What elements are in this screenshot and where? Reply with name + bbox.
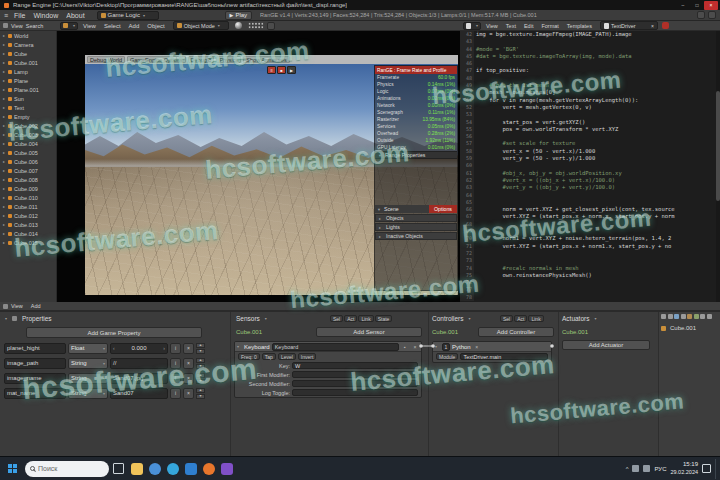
browser-icon[interactable] [149,463,161,475]
window-status-icon[interactable] [708,11,716,19]
menu-file[interactable]: File [14,12,25,19]
outliner-item[interactable]: ▸Lamp [0,67,56,76]
minimize-button[interactable]: – [676,1,690,10]
viewport-shading-icon[interactable] [235,22,242,29]
search-input[interactable] [38,465,98,472]
outliner-menu-view[interactable]: View [11,23,23,29]
live-edit-icon[interactable] [662,22,669,29]
text-menu-view[interactable]: View [486,23,498,29]
viewport-3d[interactable]: Debug WorldGameEngine OptionsDebug 3Phys… [57,31,460,302]
viewport-menu-object[interactable]: Object [147,23,164,29]
code-text: img = bge.texture.ImageFFmpeg(IMAGE_PATH… [474,31,632,38]
snap-icon[interactable] [267,22,275,30]
scene-section[interactable]: ▸Objects [375,214,457,222]
text-menu-edit[interactable]: Edit [524,23,533,29]
show-desktop-button[interactable] [715,459,717,479]
play-button[interactable]: ▶ Play [225,11,253,20]
outliner-item[interactable]: ▸Plane.001 [0,85,56,94]
scene-section[interactable]: ▸Inactive Objects [375,232,457,240]
telegram-icon[interactable] [167,463,179,475]
pause-button[interactable]: II [267,66,276,74]
outliner-item[interactable]: ▸Cube.015 [0,238,56,247]
menu-window[interactable]: Window [33,12,58,19]
logic-menu-add[interactable]: Add [31,303,41,309]
outliner-item[interactable]: ▸Cube.006 [0,157,56,166]
text-menu-text[interactable]: Text [506,23,516,29]
outliner-item[interactable]: ▸Cube.008 [0,175,56,184]
start-button[interactable] [3,459,21,479]
unlink-icon[interactable]: × [651,23,654,29]
outliner-item[interactable]: ▸Cube.004 [0,139,56,148]
render-status-icon[interactable] [697,11,705,19]
menu-about[interactable]: About [66,12,84,19]
stop-button[interactable]: ■ [277,66,286,74]
outliner-item[interactable]: ▸Cube.002 [0,121,56,130]
outliner-item[interactable]: ▸Sun [0,94,56,103]
viewport-menu-select[interactable]: Select [104,23,121,29]
viewport-menu-add[interactable]: Add [129,23,140,29]
outliner-item[interactable]: ▸Empty [0,112,56,121]
explorer-icon[interactable] [131,463,143,475]
outliner-item[interactable]: ▸Cube.003 [0,130,56,139]
layout-selector[interactable]: Game Logic ▾ [97,11,159,20]
viewport-menu-view[interactable]: View [83,23,96,29]
outliner-item[interactable]: ▸Camera [0,40,56,49]
play-icon: ▶ [230,12,234,18]
outliner-item[interactable]: ▸Cube.009 [0,184,56,193]
debug-tab[interactable]: Physics [216,56,241,63]
editor-type-dropdown[interactable]: ▾ [60,22,78,30]
text-menu-templates[interactable]: Templates [567,23,592,29]
range-properties-header[interactable]: ▼ Range Properties [375,151,457,159]
logic-menu-view[interactable]: View [11,303,23,309]
outliner-item[interactable]: ▸Cube.013 [0,220,56,229]
menu-icon[interactable]: ≡ [4,12,8,19]
network-icon[interactable] [632,465,639,472]
text-menu-format[interactable]: Format [541,23,558,29]
outliner-item[interactable]: ▸Cube.010 [0,193,56,202]
text-editor[interactable]: 42img = bge.texture.ImageFFmpeg(IMAGE_PA… [460,31,720,302]
window-title: Range Engine [C:\Users\Viktor\Desktop\Пр… [13,2,347,8]
scene-section[interactable]: ▸Lights [375,223,457,231]
outliner-item[interactable]: ▸Cube.007 [0,166,56,175]
debug-tab[interactable]: Show Armatures [243,56,289,63]
language-indicator[interactable]: РУС [654,466,666,472]
outliner-item[interactable]: ▸Cube.014 [0,229,56,238]
scene-tab[interactable]: ▼ Scene [375,205,429,213]
taskbar-clock[interactable]: 15:19 29.02.2024 [670,461,698,476]
debug-tab[interactable]: GameEngine Options [127,56,186,63]
layers-widget[interactable] [248,22,264,29]
outliner-item[interactable]: ▸Cube.011 [0,202,56,211]
outliner-menu-search[interactable]: Search [26,23,43,29]
outliner-item[interactable]: ▸World [0,31,56,40]
expand-icon[interactable]: ▸ [379,234,384,239]
volume-icon[interactable] [643,465,650,472]
options-tab[interactable]: Options [429,205,457,213]
tray-expand-icon[interactable]: ^ [626,466,629,472]
outliner-item[interactable]: ▸Cube.005 [0,148,56,157]
outliner-item[interactable]: ▸Cube [0,49,56,58]
debug-tab[interactable]: Debug 3 [188,56,215,63]
debug-tab[interactable]: Debug World [87,56,125,63]
notifications-button[interactable] [702,464,711,473]
text-editor-type-dropdown[interactable]: ▾ [463,22,481,30]
expand-icon[interactable]: ▸ [379,216,384,221]
outliner-item[interactable]: ▸Plane [0,76,56,85]
mesh-icon [8,187,12,191]
outliner-item[interactable]: ▸Text [0,103,56,112]
expand-icon[interactable]: ▸ [379,225,384,230]
game-icon[interactable] [221,463,233,475]
close-button[interactable]: × [704,1,718,10]
outliner-item[interactable]: ▸Cube.001 [0,58,56,67]
code-editor-icon[interactable] [185,463,197,475]
outliner-item[interactable]: ▸Cube.012 [0,211,56,220]
taskbar-search[interactable] [25,461,109,477]
mode-dropdown[interactable]: Object Mode ▾ [173,21,229,30]
maximize-button[interactable]: □ [690,1,704,10]
scrollbar-thumb[interactable] [716,91,720,201]
text-datablock-selector[interactable]: TextDriver × [600,21,658,30]
line-number: 49 [460,82,474,89]
blender-icon[interactable] [203,463,215,475]
play-button[interactable]: ▶ [287,66,296,74]
editor-scrollbar[interactable] [716,31,720,302]
task-view-button[interactable] [113,463,124,474]
